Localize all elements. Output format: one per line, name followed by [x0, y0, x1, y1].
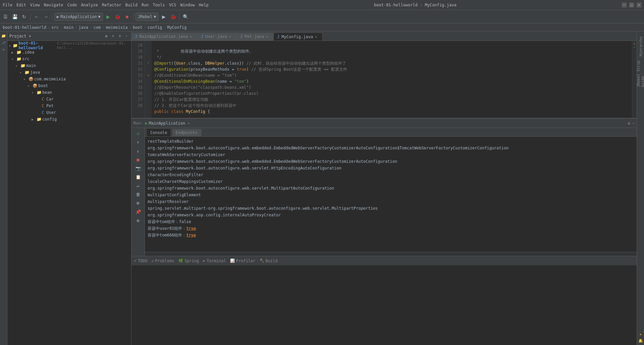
run-wrap-btn[interactable]: ↵ — [134, 182, 142, 190]
tree-item-pet[interactable]: C Pet — [7, 102, 131, 109]
project-settings-icon[interactable]: ⚙ — [117, 33, 122, 39]
toolbar-forward[interactable]: → — [42, 13, 50, 21]
menu-refactor[interactable]: Refactor — [102, 3, 121, 7]
toolbar-search[interactable]: 🔍 — [181, 13, 190, 21]
build-tab[interactable]: 🔨 Build — [260, 259, 278, 263]
run-camera-btn[interactable]: 📷 — [134, 164, 142, 172]
menu-bar[interactable]: File Edit View Navigate Code Analyze Ref… — [3, 3, 209, 7]
tree-item-car[interactable]: C Car — [7, 96, 131, 102]
tree-item-boot[interactable]: ▾ 📦 boot — [7, 82, 131, 89]
breadcrumb-item[interactable]: boot-01-helloworld — [3, 25, 46, 30]
tab-main-application-close[interactable]: ✕ — [190, 34, 194, 39]
run-stop-btn[interactable]: ■ — [134, 155, 142, 163]
toolbar-save[interactable]: 💾 — [11, 13, 19, 21]
minimize-button[interactable]: ─ — [622, 3, 627, 7]
toolbar-menu-icon[interactable]: ☰ — [1, 13, 9, 21]
tab-myconfig-close[interactable]: ✕ — [315, 35, 319, 39]
close-button[interactable]: ✕ — [637, 3, 641, 7]
profiler-tab[interactable]: 📊 Profiler — [230, 259, 256, 263]
run-settings-btn[interactable]: ⚙ — [134, 216, 142, 224]
tree-item-main[interactable]: ▾ 📁 main — [7, 62, 131, 69]
tree-item-package[interactable]: ▾ 📦 com.meimeixia — [7, 76, 131, 82]
project-close-icon[interactable]: − — [124, 33, 129, 39]
console-scrollbar[interactable] — [145, 252, 637, 256]
tab-user[interactable]: J User.java ✕ — [198, 32, 237, 41]
maximize-button[interactable]: □ — [629, 3, 634, 7]
tree-item-src[interactable]: ▾ 📁 src — [7, 56, 131, 62]
breadcrumb-item[interactable]: meimeixia — [106, 25, 127, 30]
window-controls[interactable]: ─ □ ✕ — [622, 3, 641, 7]
run-title: ▶ MainApplication ✕ — [145, 121, 192, 126]
tree-item-config[interactable]: ▶ 📁 config — [7, 116, 131, 123]
jrebel-combo[interactable]: JRebel ▼ — [136, 13, 159, 21]
menu-tools[interactable]: Tools — [153, 3, 165, 7]
toolbar-run[interactable]: ▶ — [104, 13, 112, 21]
problems-tab[interactable]: ⚠ Problems — [152, 259, 174, 263]
menu-edit[interactable]: Edit — [16, 3, 26, 7]
tab-pet-close[interactable]: ✕ — [266, 34, 270, 39]
tree-item-idea[interactable]: ▶ 📁 .idea — [7, 49, 131, 56]
run-config-combo[interactable]: ▶ MainApplication ▼ — [54, 13, 103, 21]
menu-view[interactable]: View — [30, 3, 40, 7]
menu-window[interactable]: Window — [180, 3, 195, 7]
tree-item-java[interactable]: ▾ 📁 java — [7, 69, 131, 76]
tab-pet[interactable]: J Pet.java ✕ — [237, 32, 274, 41]
project-header: Project ▾ ◉ ≡ ⚙ − — [7, 31, 131, 41]
tree-item-bean[interactable]: ▾ 📁 bean — [7, 89, 131, 96]
tab-myconfig[interactable]: J MyConfig.java ✕ — [274, 32, 323, 41]
run-copy-btn[interactable]: 📋 — [134, 173, 142, 181]
run-restart-btn[interactable]: ↺ — [134, 129, 142, 137]
project-icon[interactable]: 📁 — [1, 33, 7, 39]
checkmark-indicator: ✓ — [147, 60, 149, 66]
run-clear-btn[interactable]: 🗑 — [134, 190, 142, 198]
breadcrumb-item[interactable]: src — [51, 25, 59, 30]
toolbar-debug[interactable]: 🐞 — [114, 13, 122, 21]
tab-user-close[interactable]: ✕ — [229, 34, 233, 39]
hierarchy-tab[interactable]: Hierarchy — [638, 33, 644, 60]
console-tab-endpoints[interactable]: Endpoints — [172, 129, 201, 136]
tab-main-application[interactable]: J MainApplication.java ✕ — [131, 32, 198, 41]
toolbar-back[interactable]: ← — [33, 13, 41, 21]
menu-run[interactable]: Run — [142, 3, 149, 7]
console-tab-console[interactable]: Console — [147, 129, 171, 136]
run-scroll-bottom-btn[interactable]: ↓ — [134, 147, 142, 155]
menu-analyze[interactable]: Analyze — [81, 3, 98, 7]
menu-code[interactable]: Code — [67, 3, 77, 7]
run-close-tab[interactable]: ✕ — [188, 121, 192, 125]
jrebel-tab[interactable]: JRebel Strip Guide — [638, 60, 644, 87]
toolbar-stop[interactable]: ■ — [123, 13, 131, 21]
code-content[interactable]: * 给容器中自动创建出这两个类型的组件。 */ @Import({User.cl… — [152, 41, 632, 118]
breadcrumb-item[interactable]: boot — [133, 25, 143, 30]
run-scroll-top-btn[interactable]: ↑ — [134, 138, 142, 146]
run-pin-btn[interactable]: 📌 — [134, 208, 142, 216]
menu-build[interactable]: Build — [125, 3, 138, 7]
menu-help[interactable]: Help — [199, 3, 209, 7]
tree-item-root[interactable]: ▾ 📁 boot-01-helloworld C:\Users\32120\De… — [7, 42, 131, 49]
toolbar-sync[interactable]: ↻ — [20, 13, 28, 21]
terminal-tab[interactable]: ▸ Terminal — [203, 259, 226, 263]
todo-tab[interactable]: ✓ TODO — [134, 259, 148, 263]
run-layout-btn[interactable]: ⊞ — [134, 199, 142, 207]
tree-item-user[interactable]: C User — [7, 109, 131, 116]
run-settings-icon[interactable]: ⚙ — [628, 121, 630, 126]
breadcrumb-item[interactable]: config — [148, 25, 162, 30]
menu-vcs[interactable]: VCS — [169, 3, 176, 7]
console-line: org.springframework.boot.autoconfigure.w… — [148, 165, 634, 171]
run-minimize-icon[interactable]: − — [632, 121, 635, 126]
menu-file[interactable]: File — [3, 3, 12, 7]
project-locate-icon[interactable]: ◉ — [104, 33, 109, 39]
separator — [30, 13, 31, 20]
toolbar-jrebel-debug[interactable]: 🐞 — [169, 13, 177, 21]
project-collapse-icon[interactable]: ≡ — [110, 33, 116, 39]
breadcrumb-item[interactable]: com — [93, 25, 101, 30]
vcs-icon[interactable]: ⎇ — [1, 40, 7, 46]
bookmark-icon[interactable]: ★ — [1, 46, 7, 52]
menu-navigate[interactable]: Navigate — [44, 3, 63, 7]
favorites-icon[interactable]: ★ — [638, 331, 644, 337]
spring-tab[interactable]: 🌿 Spring — [178, 259, 199, 263]
breadcrumb-item[interactable]: MyConfig — [167, 25, 186, 30]
breadcrumb-item[interactable]: java — [78, 25, 88, 30]
notifications-icon[interactable]: 🔔 — [638, 338, 644, 344]
toolbar-jrebel-run[interactable]: ▶ — [160, 13, 168, 21]
breadcrumb-item[interactable]: main — [64, 25, 73, 30]
